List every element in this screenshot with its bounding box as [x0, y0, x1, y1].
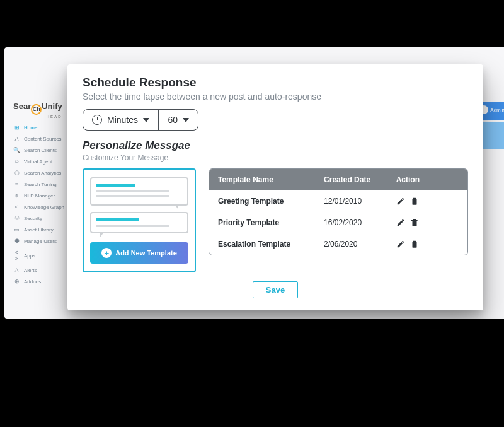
sidebar-item-label: Apps [24, 253, 35, 259]
cell-actions [396, 240, 459, 249]
table-row: Escalation Template2/06/2020 [209, 233, 467, 255]
schedule-response-modal: Schedule Response Select the time lapse … [67, 64, 483, 310]
cell-created-date: 2/06/2020 [324, 240, 396, 249]
save-button[interactable]: Save [253, 281, 298, 298]
col-template-name: Template Name [218, 175, 324, 184]
sidebar-icon: ⚉ [13, 238, 20, 244]
template-preview-card: + Add New Template [83, 168, 196, 272]
sidebar-item-label: Knowledge Graph [24, 204, 64, 210]
time-unit-label: Minutes [107, 115, 138, 125]
chevron-down-icon [143, 118, 149, 122]
sidebar-icon: ▭ [13, 226, 20, 233]
brand-suffix: Unify [42, 102, 62, 111]
sidebar-item-search-analytics[interactable]: ⬡Search Analytics [12, 167, 72, 178]
sidebar-item-search-clients[interactable]: 🔍Search Clients [12, 144, 72, 156]
sidebar-item-label: Addons [24, 279, 41, 284]
sidebar-item-apps[interactable]: < >Apps [12, 247, 72, 264]
cell-created-date: 16/02/2020 [324, 218, 396, 227]
sidebar-icon: ⊞ [13, 124, 20, 131]
sidebar-icon: ≡ [13, 181, 20, 187]
sidebar-item-label: Search Analytics [24, 170, 61, 176]
sidebar-icon: ⎈ [13, 192, 20, 199]
cell-actions [396, 218, 459, 227]
table-header: Template Name Created Date Action [209, 169, 467, 190]
edit-icon[interactable] [396, 240, 405, 249]
cell-template-name: Escalation Template [218, 240, 324, 249]
brand-ch-icon: Ch [31, 104, 42, 115]
sidebar-icon: ⬡ [13, 170, 20, 176]
sidebar-icon: A [13, 136, 20, 142]
add-template-label: Add New Template [115, 249, 177, 257]
sidebar-item-virtual-agent[interactable]: ☺Virtual Agent [12, 156, 72, 167]
sidebar-icon: < [13, 204, 20, 210]
sidebar-item-label: Security [24, 216, 42, 221]
sidebar-item-home[interactable]: ⊞Home [12, 122, 72, 133]
chat-bubble-preview-icon [90, 177, 188, 206]
templates-table: Template Name Created Date Action Greeti… [209, 168, 468, 255]
col-created-date: Created Date [324, 175, 396, 184]
sidebar-item-label: Search Clients [24, 148, 57, 153]
sidebar-item-label: Virtual Agent [24, 159, 52, 165]
sidebar-item-label: Search Tuning [24, 182, 57, 187]
add-new-template-button[interactable]: + Add New Template [90, 242, 188, 264]
sidebar-item-manage-users[interactable]: ⚉Manage Users [12, 235, 72, 247]
sidebar-icon: < > [13, 249, 20, 262]
cell-template-name: Priority Template [218, 218, 324, 227]
sidebar-icon: ☉ [13, 215, 20, 221]
cell-actions [396, 197, 459, 206]
time-value-label: 60 [168, 115, 178, 125]
sidebar-item-content-sources[interactable]: AContent Sources [12, 133, 72, 144]
time-unit-dropdown[interactable]: Minutes [83, 110, 158, 130]
sidebar-item-asset-library[interactable]: ▭Asset Library [12, 224, 72, 235]
sidebar-item-label: Home [24, 125, 37, 131]
brand-logo: SearChUnify HEAD [13, 102, 62, 119]
sidebar-item-label: Content Sources [24, 136, 62, 142]
sidebar-icon: ☺ [13, 158, 20, 165]
sidebar-item-label: Alerts [24, 267, 37, 273]
modal-title: Schedule Response [83, 76, 468, 90]
user-menu[interactable]: Admin▾ [479, 105, 504, 114]
user-label: Admin [490, 107, 504, 113]
col-action: Action [396, 175, 459, 184]
modal-subtitle: Select the time lapse between a new post… [83, 91, 468, 102]
personalize-title: Personalize Messgae [83, 139, 468, 152]
brand-subtext: HEAD [13, 115, 62, 119]
sidebar-item-search-tuning[interactable]: ≡Search Tuning [12, 178, 72, 190]
chevron-down-icon [183, 118, 189, 122]
chat-bubble-preview-icon [90, 212, 188, 233]
sidebar-item-addons[interactable]: ⊕Addons [12, 276, 72, 287]
delete-icon[interactable] [410, 218, 419, 227]
brand-prefix: Sear [13, 102, 31, 111]
time-value-dropdown[interactable]: 60 [159, 110, 198, 130]
delete-icon[interactable] [410, 240, 419, 249]
sidebar-icon: △ [13, 267, 20, 273]
edit-icon[interactable] [396, 218, 405, 227]
sidebar-icon: 🔍 [13, 147, 20, 153]
sidebar-item-label: Manage Users [24, 238, 57, 244]
edit-icon[interactable] [396, 197, 405, 206]
cell-created-date: 12/01/2010 [324, 197, 396, 206]
delete-icon[interactable] [410, 197, 419, 206]
cell-template-name: Greeting Template [218, 197, 324, 206]
sidebar-item-security[interactable]: ☉Security [12, 213, 72, 224]
sidebar-item-label: Asset Library [24, 227, 54, 233]
table-row: Priority Template16/02/2020 [209, 212, 467, 233]
sidebar-item-knowledge-graph[interactable]: <Knowledge Graph [12, 201, 72, 213]
sidebar-item-label: NLP Manager [24, 193, 55, 199]
sidebar-item-nlp-manager[interactable]: ⎈NLP Manager [12, 190, 72, 201]
time-lapse-selector: Minutes 60 [83, 109, 198, 131]
plus-circle-icon: + [101, 248, 112, 258]
sidebar: ⊞HomeAContent Sources🔍Search Clients☺Vir… [12, 122, 72, 287]
clock-icon [92, 115, 102, 125]
sidebar-icon: ⊕ [13, 278, 20, 284]
personalize-subtitle: Customize Your Message [83, 153, 468, 162]
sidebar-item-alerts[interactable]: △Alerts [12, 264, 72, 276]
table-row: Greeting Template12/01/2010 [209, 190, 467, 212]
